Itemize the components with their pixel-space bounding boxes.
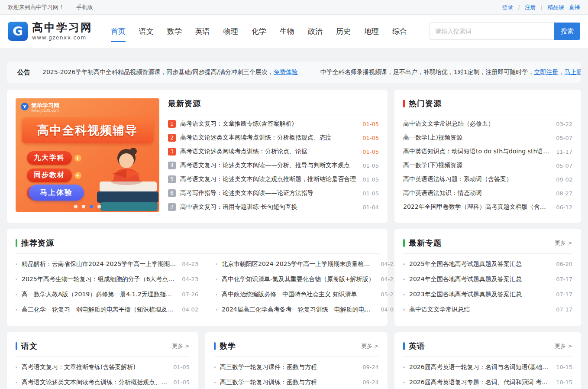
resource-date: 10-15 bbox=[556, 364, 572, 370]
list-item[interactable]: 高中语文文学常识总结（必修五） 03-22 bbox=[403, 117, 572, 131]
register-now-link[interactable]: 立即注册 bbox=[534, 68, 559, 75]
nav-item-history[interactable]: 历史 bbox=[336, 24, 351, 39]
resource-title: 高一数学(上)视频资源 bbox=[403, 134, 551, 142]
list-item[interactable]: 高一数学人教A版（2019）必修第一册4.1.2无理数指数幂… 07-26 bbox=[16, 287, 198, 302]
resource-date: 07-17 bbox=[556, 276, 572, 282]
bullet-icon bbox=[214, 366, 216, 368]
list-item[interactable]: 高中英语知识点：动词短语to do sth与doing sth语法… 11-17 bbox=[403, 145, 572, 159]
list-item[interactable]: 高中英语语法练习题：系动词（含答案） 09-02 bbox=[403, 172, 572, 186]
promo-banner[interactable]: Y 简单学习网 www.jd100.com 高中全科视频辅导 九大学科+ 同步教… bbox=[16, 98, 159, 212]
welcome-text: 欢迎来到高中学习网！ bbox=[8, 3, 64, 11]
list-item[interactable]: 高中语文文学常识总结 07-17 bbox=[403, 302, 572, 317]
section-header: 英语 更多 > bbox=[403, 341, 572, 357]
section-header: 推荐资源 bbox=[16, 238, 379, 254]
latest-resources: 最新资源 1 高考语文复习：文章推断专练(含答案解析) 01-05 2 高考语文… bbox=[168, 98, 379, 214]
carousel-dot[interactable] bbox=[74, 205, 78, 208]
site-logo[interactable]: G 高中学习网 www.gzenxx.com bbox=[8, 22, 93, 41]
list-item[interactable]: 2026届高考英语复习专题：名词、代词和冠词 考点集训 10-15 bbox=[403, 375, 572, 389]
free-trial-link[interactable]: 免费体验 bbox=[274, 68, 298, 75]
latest-resources-card: Y 简单学习网 www.jd100.com 高中全科视频辅导 九大学科+ 同步教… bbox=[7, 90, 388, 223]
announcement-text-1: 2025-2026学年初高中全科精品视频资源课，同步基础/同步提高/满分冲刺三个… bbox=[42, 68, 298, 76]
list-item[interactable]: 6 高考写作指导：论述类文本阅读——论证方法指导 01-05 bbox=[168, 186, 379, 200]
carousel-dot-active[interactable] bbox=[90, 205, 93, 208]
site-name: 高中学习网 bbox=[32, 22, 93, 34]
list-item[interactable]: 7 高中语文复习：语用专题训练-长句短句互换 01-04 bbox=[168, 200, 379, 214]
plus-icon: + bbox=[74, 172, 81, 179]
resource-title: 高考语文复习：论述类文本阅读——分析、推导与判断文本观点 bbox=[180, 162, 357, 169]
resource-title: 高中语文文学常识总结 bbox=[409, 306, 551, 314]
list-item[interactable]: 4 高考语文复习：论述类文本阅读——分析、推导与判断文本观点 01-05 bbox=[168, 159, 379, 172]
search-input[interactable] bbox=[430, 23, 554, 40]
login-link[interactable]: 登录 bbox=[502, 3, 513, 11]
list-item[interactable]: 高中英语语法知识：情态动词 08-27 bbox=[403, 186, 572, 200]
list-item[interactable]: 高三数学一轮复习课件：函数与方程 09-24 bbox=[214, 360, 379, 375]
list-item[interactable]: 高考语文论述类文本阅读考点训练：分析概括观点、态度 01-05 bbox=[16, 375, 190, 389]
resource-date: 07-26 bbox=[182, 291, 198, 298]
nav-item-english[interactable]: 英语 bbox=[195, 24, 210, 39]
site-header: G 高中学习网 www.gzenxx.com 首页 语文 数学 英语 物理 化学… bbox=[0, 15, 588, 48]
bullet-icon bbox=[403, 309, 405, 311]
list-item[interactable]: 精品解析：云南省保山市2024-2025学年高一上学期期末… 04-23 bbox=[16, 256, 198, 272]
nav-item-chemistry[interactable]: 化学 bbox=[252, 24, 266, 39]
carousel-dot[interactable] bbox=[97, 205, 101, 208]
list-item[interactable]: 高一数学(下)视频资源 05-07 bbox=[403, 159, 572, 172]
bullet-icon bbox=[403, 279, 405, 280]
premium-course-link[interactable]: 精品课 bbox=[547, 3, 564, 11]
list-item[interactable]: 北京市朝阳区2024-2025学年高一上学期期末质量检测语… 04-23 bbox=[216, 256, 397, 272]
bullet-icon bbox=[16, 382, 17, 383]
nav-item-comprehensive[interactable]: 综合 bbox=[392, 24, 407, 39]
announcement-bar: 公告 2025-2026学年初高中全科精品视频资源课，同步基础/同步提高/满分冲… bbox=[7, 62, 581, 83]
list-item[interactable]: 高三化学一轮复习—弱电解质的电离平衡（知识梳理及训… 04-02 bbox=[16, 302, 198, 317]
carousel-dot[interactable] bbox=[82, 205, 85, 208]
more-link[interactable]: 更多 > bbox=[172, 342, 190, 350]
resource-date: 06-12 bbox=[556, 204, 572, 211]
section-title: 英语 bbox=[409, 341, 425, 351]
search-button[interactable]: 搜索 bbox=[554, 23, 580, 40]
register-link[interactable]: 注册 bbox=[525, 3, 536, 11]
accent-bar bbox=[16, 239, 17, 247]
nav-item-home[interactable]: 首页 bbox=[111, 24, 126, 39]
list-item[interactable]: 高一数学(上)视频资源 05-07 bbox=[403, 131, 572, 145]
resource-title: 高考语文复习：文章推断专练(含答案解析) bbox=[22, 363, 168, 371]
nav-item-biology[interactable]: 生物 bbox=[280, 24, 294, 39]
list-item[interactable]: 2025年高考生物一轮复习：组成细胞的分子（6大考点+1… 04-23 bbox=[16, 272, 198, 287]
list-item[interactable]: 高三数学一轮复习训练：函数与方程 09-24 bbox=[214, 375, 379, 389]
listen-now-link[interactable]: 马上听课 bbox=[565, 68, 581, 75]
nav-item-chinese[interactable]: 语文 bbox=[139, 24, 154, 39]
more-link[interactable]: 更多 > bbox=[361, 342, 379, 350]
more-link[interactable]: 更多 > bbox=[555, 239, 572, 247]
nav-item-math[interactable]: 数学 bbox=[167, 24, 182, 39]
list-item[interactable]: 高中化学知识清单-氮及其重要化合物（原卷版+解析版） 04-23 bbox=[216, 272, 397, 287]
resource-title: 高中英语语法知识：情态动词 bbox=[403, 189, 551, 197]
list-item[interactable]: 高考语文复习：文章推断专练(含答案解析) 01-05 bbox=[16, 360, 190, 375]
brand-name: 简单学习网 bbox=[31, 103, 59, 109]
resource-date: 09-24 bbox=[362, 364, 379, 370]
list-item[interactable]: 高中政治统编版必修一中国特色社会主义 知识清单 05-23 bbox=[216, 287, 397, 302]
recommended-grid: 精品解析：云南省保山市2024-2025学年高一上学期期末… 04-23 202… bbox=[16, 256, 379, 317]
resource-title: 2023年全国各地高考试题真题及答案汇总 bbox=[409, 291, 551, 298]
list-item[interactable]: 2023年全国各地高考试题真题及答案汇总 07-17 bbox=[403, 287, 572, 302]
list-item[interactable]: 2 高考语文论述类文本阅读考点训练：分析概括观点、态度 01-05 bbox=[168, 131, 379, 145]
list-item[interactable]: 3 高考语文论述类阅读考点训练：分析论点、论据 01-05 bbox=[168, 145, 379, 159]
bullet-icon bbox=[16, 279, 17, 280]
list-item[interactable]: 1 高考语文复习：文章推断专练(含答案解析) 01-05 bbox=[168, 117, 379, 131]
rank-badge: 6 bbox=[168, 189, 176, 197]
mobile-version-link[interactable]: 手机版 bbox=[76, 3, 93, 11]
more-link[interactable]: 更多 > bbox=[555, 342, 572, 350]
nav-item-politics[interactable]: 政治 bbox=[308, 24, 323, 39]
nav-item-physics[interactable]: 物理 bbox=[223, 24, 238, 39]
resource-title: 高中英语知识点：动词短语to do sth与doing sth语法… bbox=[403, 148, 551, 156]
banner-tag-label: 九大学科 bbox=[34, 153, 65, 162]
resource-title: 2026届高考英语复习专题：名词、代词和冠词 考点集训 bbox=[409, 379, 551, 386]
nav-item-geography[interactable]: 地理 bbox=[364, 24, 379, 39]
list-item[interactable]: 5 高考语文复习：论述类文本阅读之观点推断题，推断结论是否合理 01-05 bbox=[168, 172, 379, 186]
section-title: 热门资源 bbox=[409, 98, 442, 109]
list-item[interactable]: 2024年全国各地高考试题真题及答案汇总 07-17 bbox=[403, 272, 572, 287]
announcement-label: 公告 bbox=[17, 68, 30, 77]
try-now-button[interactable]: 马上体验 bbox=[29, 185, 84, 201]
list-item[interactable]: 2024届高三化学高考备考一轮复习训练—电解质的电离（… 04-02 bbox=[216, 302, 397, 317]
list-item[interactable]: 2022年全国甲卷数学（理科）高考真题文档版（含答… 06-12 bbox=[403, 200, 572, 214]
list-item[interactable]: 2025年全国各地高考试题真题及答案汇总 06-20 bbox=[403, 256, 572, 272]
live-link[interactable]: 直播 bbox=[569, 3, 580, 11]
list-item[interactable]: 2026届高考英语一轮复习：名词与名词短语(基础篇)讲义 10-15 bbox=[403, 360, 572, 375]
